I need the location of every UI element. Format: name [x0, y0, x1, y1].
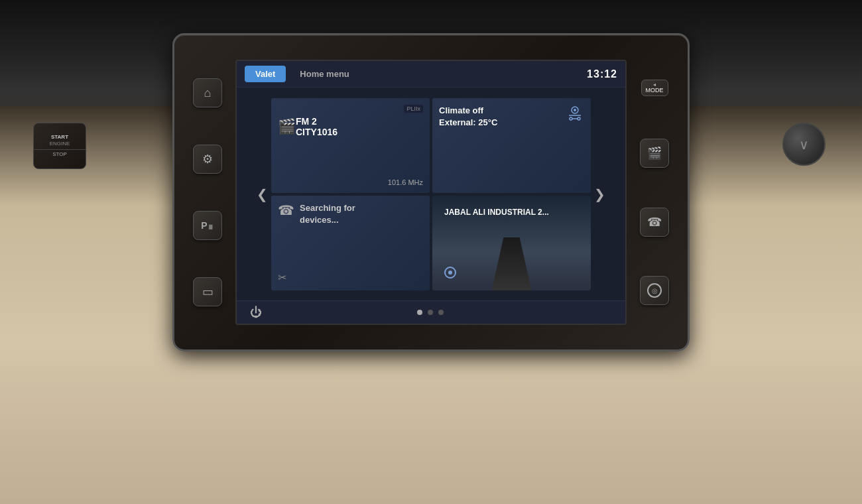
settings-button[interactable]: ⚙ [193, 145, 222, 174]
left-button-panel: ⌂ ⚙ P⫼ ▭ [184, 53, 231, 332]
phone-right-icon: ☎ [647, 215, 662, 229]
home-button[interactable]: ⌂ [193, 78, 222, 107]
stop-label: STOP [34, 149, 86, 158]
nav-dot [448, 271, 452, 275]
mode-button[interactable]: ◄ MODE [641, 80, 668, 96]
nav-left-arrow[interactable]: ❮ [253, 186, 271, 202]
phone-icon: ☎ [278, 202, 294, 218]
nav-right-arrow[interactable]: ❯ [591, 186, 609, 202]
station-id: CITY1016 [296, 127, 338, 137]
tab-container: Valet Home menu [245, 66, 360, 82]
nav-content: JABAL ALI INDUSTRIAL 2... [439, 202, 584, 284]
screen-content: ❮ PLIIx 🎬 FM 2 CITY [237, 88, 625, 300]
nav-right-button[interactable]: ◎ [640, 276, 669, 305]
svg-point-4 [578, 117, 580, 120]
tiles-grid: PLIIx 🎬 FM 2 CITY1016 101.6 MHz [271, 98, 591, 290]
searching-text: Searching for devices... [300, 202, 355, 226]
phone-content: ☎ Searching for devices... ✂ [278, 202, 423, 284]
engine-label: ENGINE [50, 141, 70, 147]
radio-header: PLIIx [278, 105, 423, 113]
climate-temp: External: 25°C [439, 117, 497, 129]
searching-line2: devices... [300, 214, 355, 226]
phone-header: ☎ Searching for devices... [278, 202, 423, 226]
parking-button[interactable]: P⫼ [193, 211, 222, 240]
radio-frequency: 101.6 MHz [278, 178, 423, 186]
svg-point-1 [574, 109, 576, 111]
climate-info: Climate off External: 25°C [439, 105, 497, 129]
nav-destination: JABAL ALI INDUSTRIAL 2... [444, 208, 579, 218]
station-name: FM 2 [296, 116, 338, 127]
chevron-down-icon: ∨ [799, 137, 809, 153]
radio-details: FM 2 CITY1016 [296, 116, 338, 137]
screen-bottombar: ⏻ [237, 300, 625, 324]
parking-icon: P⫼ [201, 220, 214, 231]
searching-line1: Searching for [300, 202, 355, 214]
right-button-panel: ◄ MODE 🎬 ☎ ◎ [631, 53, 678, 332]
gear-icon: ⚙ [202, 152, 213, 166]
tab-home-menu[interactable]: Home menu [289, 66, 359, 82]
climate-tile[interactable]: Climate off External: 25°C [432, 98, 591, 193]
music-icon: 🎬 [278, 118, 296, 135]
nav-right-icon: ◎ [647, 283, 662, 298]
climate-status: Climate off [439, 105, 497, 117]
climate-icon [566, 105, 584, 127]
svg-point-3 [570, 117, 572, 120]
page-indicators [417, 310, 444, 315]
radio-info: 🎬 FM 2 CITY1016 [278, 116, 423, 137]
page-dot-1[interactable] [417, 310, 422, 315]
start-stop-button[interactable]: START ENGINE STOP [33, 123, 86, 169]
nav-tile[interactable]: JABAL ALI INDUSTRIAL 2... [432, 196, 591, 290]
pliix-badge: PLIIx [404, 105, 423, 113]
screen-topbar: Valet Home menu 13:12 [237, 61, 625, 88]
infotainment-screen: Valet Home menu 13:12 ❮ PLIIx [235, 60, 627, 325]
tab-valet[interactable]: Valet [245, 66, 286, 82]
phone-tile[interactable]: ☎ Searching for devices... ✂ [271, 196, 430, 290]
media-icon: 🎬 [647, 146, 662, 160]
clock-display: 13:12 [587, 68, 617, 80]
phone-right-button[interactable]: ☎ [640, 208, 669, 237]
volume-knob[interactable]: ∨ [782, 123, 826, 166]
car-interior: © DUBICARS.com START [0, 0, 862, 504]
start-label: START [51, 134, 68, 141]
radio-tile[interactable]: PLIIx 🎬 FM 2 CITY1016 101.6 MHz [271, 98, 430, 193]
media-button[interactable]: 🎬 [640, 139, 669, 168]
page-dot-3[interactable] [438, 310, 444, 315]
climate-content: Climate off External: 25°C [439, 105, 584, 186]
wrench-icon: ✂ [278, 271, 286, 284]
phone-footer: ✂ [278, 271, 423, 284]
nav-circle-icon [444, 267, 456, 279]
home-icon: ⌂ [204, 86, 212, 100]
camera-button[interactable]: ▭ [193, 277, 222, 306]
power-button[interactable]: ⏻ [250, 306, 262, 320]
infotainment-unit: ⌂ ⚙ P⫼ ▭ Valet Home menu 13:12 [172, 33, 690, 351]
page-dot-2[interactable] [428, 310, 433, 315]
camera-icon: ▭ [202, 284, 214, 299]
nav-footer [444, 267, 579, 279]
